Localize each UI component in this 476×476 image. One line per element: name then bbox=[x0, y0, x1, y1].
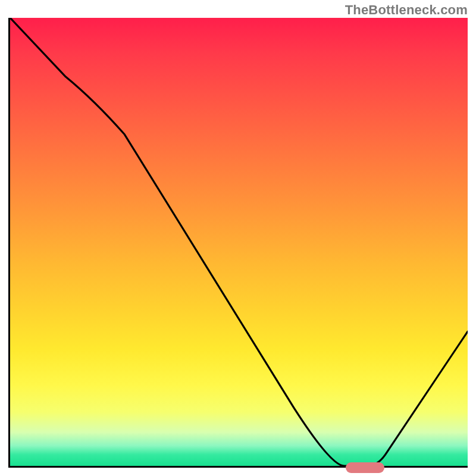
chart-area bbox=[8, 18, 468, 468]
optimum-marker bbox=[346, 462, 385, 473]
watermark-text: TheBottleneck.com bbox=[345, 2, 468, 18]
bottleneck-curve bbox=[10, 18, 468, 466]
curve-path bbox=[10, 18, 468, 466]
